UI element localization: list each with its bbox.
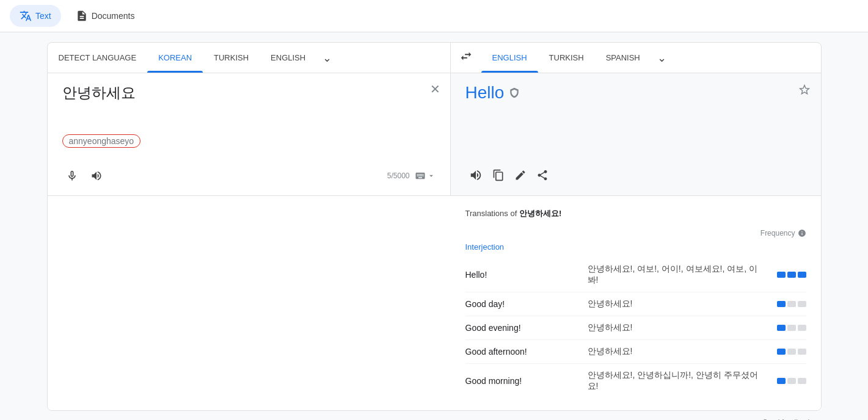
trans-meanings-1: 안녕하세요! [588,299,767,310]
keyboard-arrow-icon [427,172,436,180]
freq-bar [777,325,786,331]
trans-word-1: Good day! [465,299,588,309]
freq-bars-3 [777,349,806,355]
translation-row: Good day! 안녕하세요! [465,292,806,316]
info-icon [798,229,806,237]
favorite-button[interactable] [798,83,811,100]
shield-icon [509,87,520,98]
freq-bar [798,349,806,355]
source-panel-bottom: 5/5000 [62,161,436,186]
target-panel-actions [465,160,806,186]
target-lang-turkish[interactable]: TURKISH [538,43,595,73]
freq-bar [798,378,806,384]
translator-box: DETECT LANGUAGE KOREAN TURKISH ENGLISH ⌄… [47,42,822,411]
keyboard-icon [415,170,426,181]
trans-word-3: Good afternoon! [465,347,588,357]
language-selector-row: DETECT LANGUAGE KOREAN TURKISH ENGLISH ⌄… [48,43,821,73]
document-icon [76,10,88,22]
mic-icon [66,170,78,182]
source-lang-row: DETECT LANGUAGE KOREAN TURKISH ENGLISH ⌄ [48,43,451,73]
trans-word-0: Hello! [465,270,588,280]
category-label: Interjection [465,242,806,252]
translations-inner: Translations of 안녕하세요! Frequency Interje… [451,196,821,410]
translation-row: Good morning! 안녕하세요!, 안녕하십니까!, 안녕히 주무셨어요… [465,364,806,398]
romanization: annyeonghaseyo [62,134,436,148]
translations-section: Translations of 안녕하세요! Frequency Interje… [48,195,821,410]
speaker-icon [90,170,103,182]
panels-row: 안녕하세요 ✕ annyeonghaseyo 5/500 [48,73,821,195]
trans-word-4: Good morning! [465,376,588,386]
frequency-label: Frequency [760,229,806,237]
swap-icon [459,49,473,63]
source-lang-korean[interactable]: KOREAN [147,43,203,73]
freq-bar [777,301,786,307]
target-lang-spanish[interactable]: SPANISH [595,43,651,73]
share-button[interactable] [533,165,552,185]
freq-bar [777,378,786,384]
target-lang-row: ENGLISH TURKISH SPANISH ⌄ [481,43,821,73]
source-text-input[interactable]: 안녕하세요 [62,83,436,132]
keyboard-button[interactable] [415,170,436,181]
translations-word: 안녕하세요! [519,209,561,218]
feedback-row: Send feedback [47,411,822,420]
mic-button[interactable] [62,166,82,186]
text-tab-label: Text [35,11,51,21]
translated-word: Hello [465,83,505,103]
freq-bar [798,325,806,331]
source-lang-detect[interactable]: DETECT LANGUAGE [48,43,148,73]
freq-bars-2 [777,325,806,331]
translate-icon [20,10,32,22]
freq-bars-4 [777,378,806,384]
trans-meanings-0: 안녕하세요!, 여보!, 어이!, 여보세요!, 여보, 이 봐! [588,264,767,286]
freq-bar [777,349,786,355]
speaker-button[interactable] [87,166,106,186]
main-container: DETECT LANGUAGE KOREAN TURKISH ENGLISH ⌄… [37,42,831,420]
clear-button[interactable]: ✕ [430,83,440,95]
swap-languages-button[interactable] [451,43,481,73]
romanization-text: annyeonghaseyo [62,134,141,148]
freq-bar [787,301,796,307]
documents-tab[interactable]: Documents [66,5,145,27]
star-icon [798,83,811,96]
source-panel-actions [62,166,106,186]
source-lang-turkish[interactable]: TURKISH [203,43,260,73]
trans-word-2: Good evening! [465,323,588,333]
translation-row: Good afternoon! 안녕하세요! [465,340,806,364]
copy-button[interactable] [489,165,508,185]
freq-bar [787,272,796,278]
copy-icon [492,169,505,181]
translation-row: Hello! 안녕하세요!, 여보!, 어이!, 여보세요!, 여보, 이 봐! [465,258,806,292]
output-text: Hello [465,83,806,103]
freq-bar [787,378,796,384]
target-speaker-button[interactable] [465,165,486,186]
char-count: 5/5000 [387,172,410,180]
translation-row: Good evening! 안녕하세요! [465,316,806,340]
edit-button[interactable] [511,165,530,185]
freq-bar [798,272,806,278]
freq-bar [787,325,796,331]
freq-bar [798,301,806,307]
text-tab[interactable]: Text [10,5,61,27]
target-speaker-icon [469,168,483,182]
trans-meanings-3: 안녕하세요! [588,346,767,357]
target-panel: Hello [451,73,821,195]
freq-bars-0 [777,272,806,278]
target-lang-english[interactable]: ENGLISH [481,43,538,73]
freq-bars-1 [777,301,806,307]
frequency-header: Frequency [465,229,806,237]
trans-meanings-2: 안녕하세요! [588,322,767,333]
edit-icon [514,169,527,181]
source-lang-more[interactable]: ⌄ [316,43,338,73]
source-panel: 안녕하세요 ✕ annyeonghaseyo 5/500 [48,73,451,195]
freq-bar [777,272,786,278]
trans-meanings-4: 안녕하세요!, 안녕하십니까!, 안녕히 주무셨어요! [588,370,767,392]
translations-title: Translations of 안녕하세요! [465,208,806,219]
freq-bar [787,349,796,355]
source-lang-english[interactable]: ENGLISH [260,43,316,73]
top-bar: Text Documents [0,0,868,32]
documents-tab-label: Documents [92,11,135,21]
share-icon [536,169,549,181]
target-lang-more[interactable]: ⌄ [651,43,673,73]
